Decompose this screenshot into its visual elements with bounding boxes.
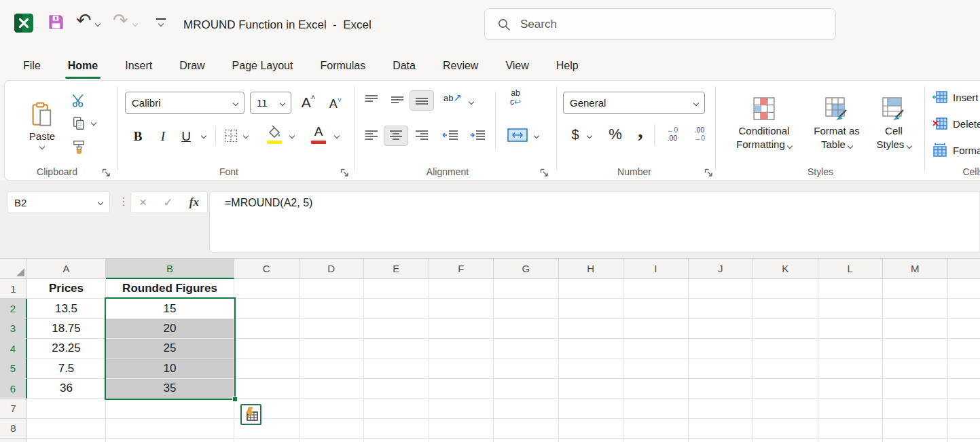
cell-M5[interactable]	[883, 359, 948, 379]
paste-button[interactable]: Paste	[21, 88, 63, 162]
accounting-dropdown-icon[interactable]	[587, 133, 592, 139]
row-header-2[interactable]: 2	[0, 299, 27, 318]
cell-B3[interactable]: 20	[106, 319, 234, 339]
cell-I5[interactable]	[623, 359, 689, 379]
row-header-3[interactable]: 3	[0, 319, 27, 339]
cell-M6[interactable]	[883, 379, 948, 399]
merge-center-dropdown-icon[interactable]	[534, 133, 539, 139]
cell-J2[interactable]	[689, 299, 754, 318]
cell-styles-button[interactable]: CellStyles	[869, 86, 919, 162]
cell-J4[interactable]	[689, 339, 754, 358]
cell-H4[interactable]	[559, 339, 624, 358]
cell-A7[interactable]	[27, 399, 106, 418]
cell-G9[interactable]	[494, 439, 559, 442]
cell-I9[interactable]	[623, 439, 689, 442]
cell-A9[interactable]	[27, 439, 106, 442]
orientation-dropdown-icon[interactable]	[469, 99, 474, 105]
cell-J8[interactable]	[689, 419, 754, 439]
cell-E2[interactable]	[364, 299, 429, 318]
align-left-button[interactable]	[365, 130, 378, 141]
cell-K8[interactable]	[753, 419, 818, 439]
cell-F8[interactable]	[429, 419, 494, 439]
cell-H9[interactable]	[559, 439, 624, 442]
cell-K9[interactable]	[753, 439, 818, 442]
bold-button[interactable]: B	[128, 126, 147, 147]
search-input[interactable]	[520, 18, 823, 31]
tab-home[interactable]: Home	[54, 51, 111, 80]
formula-input[interactable]: =MROUND(A2, 5)	[209, 191, 980, 253]
cell-L1[interactable]	[818, 279, 884, 299]
cell[interactable]	[948, 379, 980, 399]
tab-file[interactable]: File	[10, 51, 54, 80]
increase-font-size-button[interactable]: A˄	[297, 92, 320, 113]
cell-A5[interactable]: 7.5	[27, 359, 106, 379]
row-header-9[interactable]	[0, 439, 27, 442]
name-box[interactable]: B2	[7, 191, 110, 213]
cell-I7[interactable]	[623, 399, 689, 418]
column-header-H[interactable]: H	[559, 259, 624, 279]
font-color-dropdown-icon[interactable]	[334, 133, 340, 139]
cell-M9[interactable]	[883, 439, 948, 442]
align-right-button[interactable]	[415, 130, 429, 141]
cell-K5[interactable]	[753, 359, 818, 379]
cell-E3[interactable]	[364, 319, 429, 339]
cell-L2[interactable]	[818, 299, 884, 318]
copy-button[interactable]	[70, 115, 88, 132]
cell-I2[interactable]	[623, 299, 689, 318]
cell-D2[interactable]	[300, 299, 365, 318]
cell-E6[interactable]	[364, 379, 429, 399]
cell-L7[interactable]	[818, 399, 884, 418]
cell[interactable]	[948, 319, 980, 339]
cell-J5[interactable]	[689, 359, 754, 379]
cell-M3[interactable]	[883, 319, 948, 339]
copy-dropdown-icon[interactable]	[91, 120, 96, 126]
cell-J6[interactable]	[689, 379, 754, 399]
cell-H5[interactable]	[559, 359, 624, 379]
column-header-B[interactable]: B	[106, 259, 234, 279]
quick-analysis-button[interactable]	[240, 404, 261, 425]
cell-C1[interactable]	[234, 279, 300, 299]
cell-F7[interactable]	[429, 399, 494, 418]
cell-D5[interactable]	[300, 359, 365, 379]
cell-L3[interactable]	[818, 319, 884, 339]
wrap-text-button[interactable]: abc↩	[510, 89, 521, 107]
cell-H2[interactable]	[559, 299, 624, 318]
cell-D9[interactable]	[300, 439, 365, 442]
cell-F4[interactable]	[429, 339, 494, 358]
cell-H3[interactable]	[559, 319, 624, 339]
cell-D6[interactable]	[300, 379, 365, 399]
cell-B7[interactable]	[106, 399, 234, 418]
cell-H8[interactable]	[559, 419, 624, 439]
cell-B9[interactable]	[106, 439, 234, 442]
top-align-button[interactable]	[365, 94, 378, 105]
cell-M4[interactable]	[883, 339, 948, 358]
cell-J1[interactable]	[689, 279, 754, 299]
cell-A4[interactable]: 23.25	[27, 339, 106, 358]
cell-I8[interactable]	[623, 419, 689, 439]
middle-align-button[interactable]	[391, 94, 404, 105]
cell-G8[interactable]	[494, 419, 559, 439]
cell-B2[interactable]: 15	[106, 299, 234, 318]
format-as-table-button[interactable]: Format asTable	[806, 86, 867, 162]
cancel-icon[interactable]: ×	[139, 195, 147, 210]
cell-A1[interactable]: Prices	[27, 279, 106, 299]
cell-G7[interactable]	[494, 399, 559, 418]
cell-C6[interactable]	[234, 379, 300, 399]
cell-L4[interactable]	[818, 339, 884, 358]
cell-F9[interactable]	[429, 439, 494, 442]
fill-color-button[interactable]	[266, 124, 283, 139]
cell-I4[interactable]	[623, 339, 689, 358]
cell-M8[interactable]	[883, 419, 948, 439]
cell[interactable]	[948, 279, 980, 299]
tab-data[interactable]: Data	[379, 51, 429, 80]
row-header-4[interactable]: 4	[0, 339, 27, 358]
cell[interactable]	[948, 419, 980, 439]
underline-dropdown-icon[interactable]	[201, 133, 206, 139]
increase-indent-button[interactable]	[469, 130, 486, 141]
cell-C5[interactable]	[234, 359, 300, 379]
cell-E7[interactable]	[364, 399, 429, 418]
undo-dropdown-icon[interactable]	[95, 21, 101, 26]
cell-B8[interactable]	[106, 419, 234, 439]
insert-cells-button[interactable]: Insert	[932, 90, 979, 104]
column-header-G[interactable]: G	[494, 259, 559, 279]
